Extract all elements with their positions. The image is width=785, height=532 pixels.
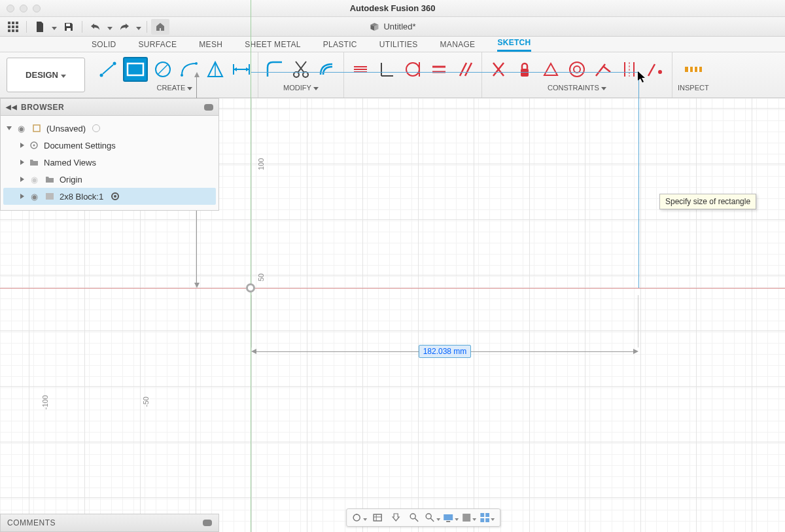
tree-document-settings[interactable]: Document Settings: [3, 137, 216, 154]
tab-sketch[interactable]: SKETCH: [497, 38, 531, 52]
svg-rect-57: [46, 193, 54, 200]
tab-solid[interactable]: SOLID: [92, 40, 116, 52]
viewport-layout-icon[interactable]: [479, 510, 496, 525]
svg-rect-53: [697, 67, 699, 72]
line-tool-icon[interactable]: [97, 58, 119, 80]
redo-icon[interactable]: [115, 19, 133, 35]
ribbon-tabs: SOLID SURFACE MESH SHEET METAL PLASTIC U…: [0, 37, 785, 52]
tab-utilities[interactable]: UTILITIES: [379, 40, 418, 52]
x-axis: [0, 288, 785, 289]
folder-icon: [44, 174, 56, 185]
app-title: Autodesk Fusion 360: [350, 3, 436, 13]
tab-manage[interactable]: MANAGE: [440, 40, 476, 52]
svg-point-11: [100, 74, 103, 77]
tab-mesh[interactable]: MESH: [199, 40, 222, 52]
group-create: CREATE: [92, 52, 258, 98]
svg-rect-8: [16, 29, 18, 32]
dimension-horizontal-value[interactable]: 182.038 mm: [419, 345, 472, 358]
tree-named-views[interactable]: Named Views: [3, 154, 216, 171]
svg-rect-52: [693, 67, 695, 72]
comments-panel-header[interactable]: COMMENTS: [0, 514, 219, 532]
curvature-constraint-icon[interactable]: [644, 58, 667, 80]
maximize-button[interactable]: [33, 5, 41, 12]
svg-rect-6: [8, 29, 10, 32]
home-icon[interactable]: [151, 19, 169, 35]
svg-rect-70: [485, 513, 489, 517]
svg-point-12: [113, 62, 116, 65]
grid-settings-icon[interactable]: [461, 510, 478, 525]
inspect-tool-icon[interactable]: [682, 58, 705, 80]
svg-rect-67: [446, 521, 450, 522]
component-icon: [44, 191, 56, 202]
rectangle-tool-icon[interactable]: [123, 57, 148, 82]
svg-point-64: [426, 514, 431, 519]
polygon-tool-icon[interactable]: [204, 58, 226, 80]
svg-rect-68: [462, 514, 470, 522]
svg-point-49: [658, 70, 662, 74]
undo-dropdown-icon[interactable]: [106, 19, 114, 35]
zoom-window-icon[interactable]: [424, 510, 441, 525]
look-at-icon[interactable]: [369, 510, 386, 525]
window-titlebar: Autodesk Fusion 360: [0, 0, 785, 17]
svg-rect-5: [16, 26, 18, 28]
navigation-toolbar: [346, 508, 500, 527]
svg-rect-2: [16, 22, 18, 24]
axis-tick-xn100: -100: [41, 395, 49, 410]
circle-tool-icon[interactable]: [152, 58, 174, 80]
document-tab[interactable]: Untitled*: [369, 22, 415, 32]
pan-icon[interactable]: [387, 510, 404, 525]
pin-icon[interactable]: [203, 520, 212, 526]
axis-tick-xn50: -50: [142, 397, 150, 407]
svg-rect-59: [374, 514, 381, 521]
browser-tree: ◉ (Unsaved) Document Settings Named View…: [1, 116, 218, 210]
tab-surface[interactable]: SURFACE: [139, 40, 177, 52]
folder-icon: [28, 157, 40, 168]
group-label-inspect[interactable]: INSPECT: [678, 84, 709, 93]
minimize-button[interactable]: [20, 5, 27, 12]
svg-rect-9: [66, 24, 70, 26]
sketch-rectangle[interactable]: [251, 72, 639, 288]
svg-point-17: [181, 74, 183, 77]
svg-line-26: [296, 62, 304, 73]
tree-block[interactable]: ◉ 2x8 Block:1: [3, 188, 216, 205]
svg-rect-71: [480, 518, 484, 522]
browser-header[interactable]: ◀◀ BROWSER: [1, 99, 218, 116]
display-settings-icon[interactable]: [442, 510, 459, 525]
close-button[interactable]: [7, 5, 14, 12]
orbit-icon[interactable]: [351, 510, 368, 525]
file-menu-icon[interactable]: [31, 19, 49, 35]
svg-point-58: [353, 514, 360, 521]
tree-origin-label: Origin: [60, 175, 82, 185]
group-label-create[interactable]: CREATE: [157, 84, 193, 93]
zoom-icon[interactable]: [406, 510, 423, 525]
svg-rect-7: [12, 29, 14, 32]
workspace-label: DESIGN: [26, 70, 58, 80]
window-controls[interactable]: [0, 5, 41, 12]
svg-rect-51: [688, 67, 690, 72]
comments-title: COMMENTS: [7, 518, 56, 527]
group-inspect: INSPECT: [672, 52, 714, 98]
tab-plastic[interactable]: PLASTIC: [323, 40, 357, 52]
redo-dropdown-icon[interactable]: [135, 19, 143, 35]
svg-point-56: [33, 145, 35, 147]
svg-line-65: [430, 518, 434, 522]
quick-access-toolbar: Untitled*: [0, 17, 785, 37]
pin-icon[interactable]: [204, 104, 213, 111]
dimension-horizontal-leader[interactable]: 182.038 mm: [251, 345, 638, 358]
tab-sheetmetal[interactable]: SHEET METAL: [245, 40, 301, 52]
tree-document-settings-label: Document Settings: [44, 141, 116, 151]
svg-line-16: [158, 65, 167, 74]
file-dropdown-icon[interactable]: [50, 19, 58, 35]
tree-root[interactable]: ◉ (Unsaved): [3, 120, 216, 137]
data-panel-icon[interactable]: [4, 19, 22, 35]
browser-panel: ◀◀ BROWSER ◉ (Unsaved) Document Settings…: [0, 98, 219, 211]
svg-rect-10: [67, 28, 71, 31]
dimension-tool-icon[interactable]: [230, 58, 253, 80]
sketch-tooltip: Specify size of rectangle: [659, 194, 756, 209]
save-icon[interactable]: [60, 19, 78, 35]
undo-icon[interactable]: [86, 19, 105, 35]
svg-rect-69: [480, 513, 484, 517]
workspace-dropdown[interactable]: DESIGN: [7, 58, 85, 92]
tree-root-label: (Unsaved): [46, 124, 86, 133]
tree-origin[interactable]: ◉ Origin: [3, 171, 216, 188]
